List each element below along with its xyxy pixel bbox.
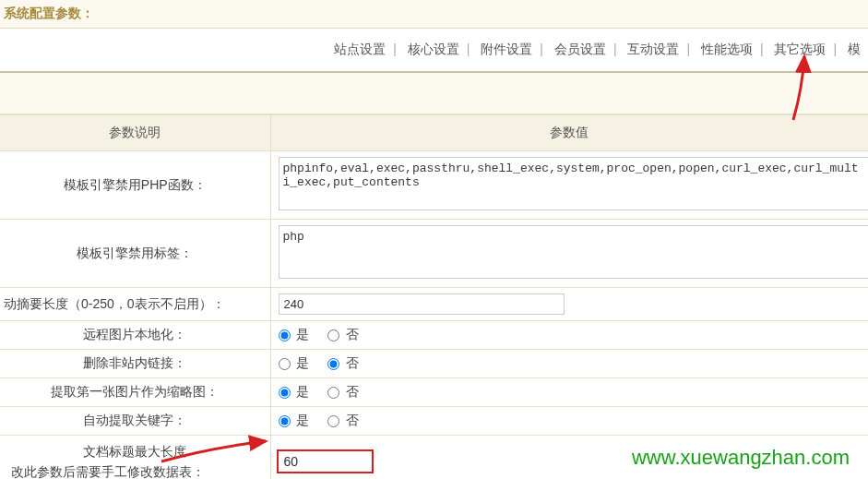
row-disable-php-func: 模板引擎禁用PHP函数： phpinfo,eval,exec,passthru,… [0,151,868,220]
th-value: 参数值 [270,115,868,151]
tab-core[interactable]: 核心设置 [400,42,467,56]
radio-auto-keyword-yes[interactable] [279,415,291,427]
tab-performance[interactable]: 性能选项 [694,42,760,56]
radio-remote-pic-yes[interactable] [279,329,291,341]
label-summary-len: 动摘要长度（0-250，0表示不启用）： [0,288,270,321]
label-disable-tags: 模板引擎禁用标签： [0,220,270,288]
tab-member[interactable]: 会员设置 [547,42,613,56]
label-del-outlink: 删除非站内链接： [0,350,270,378]
input-title-maxlen[interactable] [277,449,374,473]
input-disable-php-func[interactable]: phpinfo,eval,exec,passthru,shell_exec,sy… [279,157,869,210]
row-disable-tags: 模板引擎禁用标签： php [0,220,868,288]
page-title: 系统配置参数： [0,0,868,29]
tab-other[interactable]: 其它选项 [767,42,833,56]
row-summary-len: 动摘要长度（0-250，0表示不启用）： [0,288,868,321]
radio-auto-keyword-no[interactable] [327,415,339,427]
row-del-outlink: 删除非站内链接： 是 否 [0,350,868,378]
row-first-thumb: 提取第一张图片作为缩略图： 是 否 [0,378,868,407]
radio-del-outlink-no[interactable] [327,358,339,370]
row-auto-keyword: 自动提取关键字： 是 否 [0,407,868,436]
input-summary-len[interactable] [279,293,565,315]
tab-template[interactable]: 模 [840,42,868,56]
gap-row [0,73,868,114]
label-title-maxlen: 文档标题最大长度 改此参数后需要手工修改数据表： [0,436,270,480]
th-label: 参数说明 [0,115,270,151]
label-remote-pic: 远程图片本地化： [0,321,270,350]
label-auto-keyword: 自动提取关键字： [0,407,270,436]
label-disable-php-func: 模板引擎禁用PHP函数： [0,151,270,220]
tab-site[interactable]: 站点设置 [327,42,393,56]
watermark: www.xuewangzhan.com [632,446,850,470]
label-first-thumb: 提取第一张图片作为缩略图： [0,378,270,407]
input-disable-tags[interactable]: php [279,225,869,279]
radio-first-thumb-yes[interactable] [279,387,291,399]
tab-attachment[interactable]: 附件设置 [473,42,540,56]
nav-tabs: 站点设置| 核心设置| 附件设置| 会员设置| 互动设置| 性能选项| 其它选项… [0,29,868,73]
row-remote-pic: 远程图片本地化： 是 否 [0,321,868,350]
radio-del-outlink-yes[interactable] [279,358,291,370]
radio-first-thumb-no[interactable] [327,387,339,399]
tab-interact[interactable]: 互动设置 [620,42,686,56]
radio-remote-pic-no[interactable] [327,329,339,341]
params-table: 参数说明 参数值 模板引擎禁用PHP函数： phpinfo,eval,exec,… [0,114,868,479]
